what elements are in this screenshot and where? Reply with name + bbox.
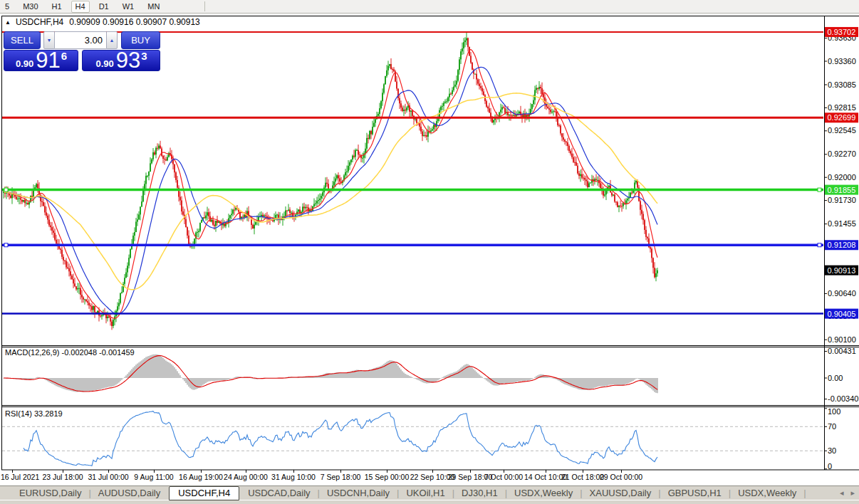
ma-line-9 — [4, 50, 657, 319]
tab-scroll-left-icon[interactable]: ◂ — [840, 488, 844, 498]
tab-separator: | — [505, 488, 507, 498]
chart-canvas[interactable]: 0.936300.933600.930850.928150.925450.922… — [0, 16, 859, 485]
hline-handle[interactable] — [818, 243, 821, 247]
buy-button[interactable]: BUY — [121, 31, 160, 49]
tab-separator: | — [397, 488, 399, 498]
volume-increase-button[interactable]: ▲ — [106, 31, 118, 49]
chart-symbol-title: USDCHF,H4 — [16, 17, 63, 27]
buy-price-sup: 3 — [141, 50, 147, 62]
svg-text:0.92699: 0.92699 — [828, 113, 856, 122]
chart-tab-audusd-daily[interactable]: AUDUSD,Daily — [92, 487, 167, 500]
tab-separator: | — [658, 488, 660, 498]
chart-tab-ukoil-h1[interactable]: UKOil,H1 — [400, 487, 451, 500]
volume-decrease-button[interactable]: ▼ — [43, 31, 55, 49]
price-level-label: 0.90913 — [825, 266, 858, 275]
timeframe-button-w1[interactable]: W1 — [118, 1, 139, 13]
price-level-label: 0.92699 — [825, 112, 858, 122]
time-axis[interactable]: 16 Jul 202123 Jul 18:0031 Jul 00:009 Aug… — [1, 470, 642, 481]
hline-handle[interactable] — [4, 188, 8, 191]
svg-text:0.93702: 0.93702 — [828, 28, 856, 36]
timeframe-button-m30[interactable]: M30 — [19, 1, 42, 13]
timeframe-button-h1[interactable]: H1 — [48, 1, 66, 13]
svg-text:0.00: 0.00 — [828, 374, 843, 382]
svg-text:31 Aug 10:00: 31 Aug 10:00 — [271, 473, 316, 481]
svg-text:0.92270: 0.92270 — [828, 149, 856, 158]
rsi-line — [24, 411, 657, 466]
chart-tab-eurusd-daily[interactable]: EURUSD,Daily — [13, 487, 88, 500]
buy-price-big: 93 — [116, 51, 140, 70]
price-level-label: 0.91208 — [825, 240, 858, 250]
sell-button[interactable]: SELL — [4, 31, 41, 49]
chart-ohlc-values: 0.90909 0.90916 0.90907 0.90913 — [69, 17, 200, 27]
svg-text:16 Jul 2021: 16 Jul 2021 — [1, 473, 39, 481]
chart-header: ▲USDCHF,H40.90909 0.90916 0.90907 0.9091… — [5, 17, 200, 27]
tab-separator: | — [580, 488, 582, 498]
macd-indicator-label: MACD(12,26,9) -0.002048 -0.001459 — [5, 348, 135, 357]
one-click-trade-panel: SELL ▼ ▲ BUY 0.90 91 6 0.90 93 3 — [4, 31, 160, 71]
trading-terminal-window: 5M30H1H4D1W1MN ▲USDCHF,H40.90909 0.90916… — [0, 0, 859, 504]
svg-text:0.92815: 0.92815 — [828, 103, 856, 112]
tab-separator: | — [803, 488, 806, 498]
chart-tab-gbpusd-h1[interactable]: GBPUSD,H1 — [662, 487, 728, 500]
svg-text:0.92000: 0.92000 — [828, 173, 856, 182]
svg-text:29 Oct 00:00: 29 Oct 00:00 — [600, 473, 642, 481]
svg-text:-0.003405: -0.003405 — [828, 394, 859, 403]
hline-handle[interactable] — [4, 243, 8, 247]
sell-price-box[interactable]: 0.90 91 6 — [4, 50, 78, 71]
chart-tab-usdcad-daily[interactable]: USDCAD,Daily — [241, 487, 316, 500]
svg-text:21 Oct 18:00: 21 Oct 18:00 — [561, 473, 604, 481]
svg-text:0.92545: 0.92545 — [828, 126, 856, 135]
ma-line-55 — [4, 93, 657, 290]
svg-text:0.90913: 0.90913 — [828, 266, 856, 275]
svg-text:0.93085: 0.93085 — [828, 80, 856, 89]
svg-text:9 Aug 11:00: 9 Aug 11:00 — [134, 473, 173, 481]
buy-price-prefix: 0.90 — [95, 58, 113, 69]
timeframe-toolbar: 5M30H1H4D1W1MN — [0, 0, 859, 14]
timeframe-button-d1[interactable]: D1 — [95, 1, 113, 13]
horizontal-level-lines — [2, 32, 823, 314]
candlesticks — [3, 32, 658, 330]
tab-separator: | — [452, 488, 454, 498]
chart-tab-usdx-weekly-2[interactable]: USDX,Weekly — [732, 487, 803, 500]
tab-separator: | — [318, 488, 320, 498]
timeframe-button-5-partial[interactable]: 5 — [1, 1, 14, 13]
chart-tab-usdcnh-daily[interactable]: USDCNH,Daily — [321, 487, 396, 500]
tab-separator: | — [88, 488, 90, 498]
svg-text:0: 0 — [828, 462, 832, 471]
price-level-label: 0.93702 — [825, 27, 858, 37]
price-axis[interactable]: 0.936300.933600.930850.928150.925450.922… — [824, 27, 859, 471]
timeframe-button-mn[interactable]: MN — [143, 1, 164, 13]
chart-tab-usdchf-h4[interactable]: USDCHF,H4 — [169, 486, 239, 500]
status-bar — [0, 500, 859, 504]
svg-text:7 Oct 00:00: 7 Oct 00:00 — [484, 473, 523, 481]
svg-text:0.91208: 0.91208 — [828, 241, 856, 249]
chart-tab-usdx-weekly[interactable]: USDX,Weekly — [508, 487, 579, 500]
macd-panel-content — [3, 355, 658, 394]
svg-text:0.90405: 0.90405 — [828, 310, 856, 318]
chart-window-borders — [1, 16, 859, 470]
tab-scroll-right-icon[interactable]: ▸ — [850, 488, 855, 498]
svg-text:24 Aug 00:00: 24 Aug 00:00 — [224, 473, 268, 481]
toolbar-separator — [204, 1, 205, 11]
price-level-label: 0.90405 — [825, 309, 858, 319]
sell-price-sup: 6 — [61, 50, 67, 62]
svg-text:0.91455: 0.91455 — [828, 219, 856, 228]
tab-scroll-nav: ◂ ▸ — [840, 488, 855, 498]
svg-text:7 Sep 18:00: 7 Sep 18:00 — [321, 473, 361, 481]
rsi-indicator-label: RSI(14) 33.2819 — [5, 409, 63, 418]
volume-input[interactable] — [55, 31, 106, 49]
svg-text:31 Jul 00:00: 31 Jul 00:00 — [88, 473, 128, 481]
chart-tab-xauusd-daily[interactable]: XAUUSD,Daily — [583, 487, 658, 500]
tab-separator: | — [729, 488, 731, 498]
svg-text:15 Sep 00:00: 15 Sep 00:00 — [365, 473, 410, 481]
svg-text:0.91730: 0.91730 — [828, 196, 856, 204]
svg-text:30: 30 — [828, 446, 836, 455]
collapse-triangle-icon[interactable]: ▲ — [5, 19, 11, 26]
buy-price-box[interactable]: 0.90 93 3 — [82, 50, 160, 71]
svg-text:0.00431: 0.00431 — [828, 347, 856, 355]
sell-price-big: 91 — [36, 51, 60, 70]
hline-handle[interactable] — [818, 188, 821, 191]
svg-text:0.90100: 0.90100 — [828, 335, 856, 344]
timeframe-button-h4[interactable]: H4 — [71, 1, 90, 13]
chart-tab-dj30-h1[interactable]: DJ30,H1 — [455, 487, 504, 500]
